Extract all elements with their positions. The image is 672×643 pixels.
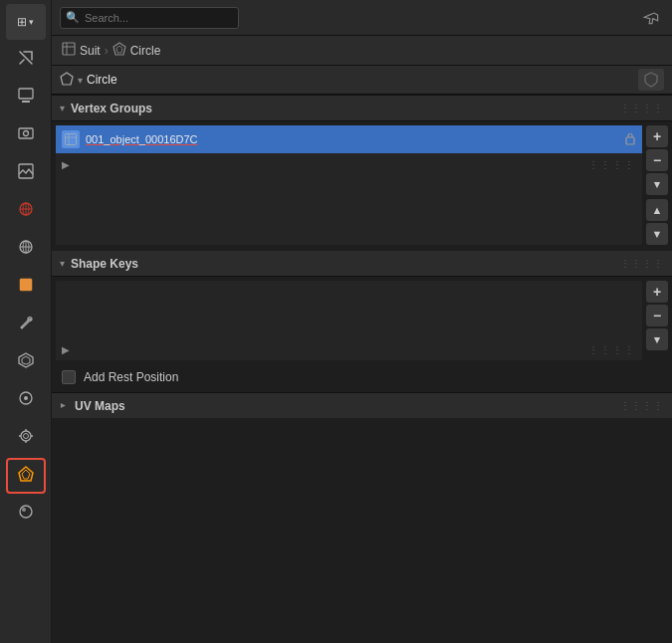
sidebar-item-world[interactable] — [6, 231, 46, 267]
sidebar-item-image[interactable] — [6, 155, 46, 191]
vertex-groups-dropdown-button[interactable]: ▾ — [646, 173, 668, 195]
shape-keys-play-button[interactable]: ▶ — [62, 344, 70, 355]
shape-keys-collapse-arrow: ▾ — [60, 258, 65, 269]
vertex-groups-collapse-arrow: ▾ — [60, 103, 65, 113]
svg-marker-25 — [116, 46, 122, 53]
sidebar-mode-dropdown[interactable]: ⊞ ▾ — [6, 4, 46, 40]
physics-icon — [17, 389, 35, 411]
tools-icon — [17, 49, 35, 71]
object-selector-row: ▾ Circle — [52, 66, 672, 96]
svg-point-19 — [20, 506, 32, 518]
sidebar-item-effects[interactable] — [6, 193, 46, 229]
sidebar-item-constraints[interactable] — [6, 420, 46, 456]
svg-rect-2 — [19, 128, 33, 138]
object-selector-inner: ▾ Circle — [60, 72, 634, 89]
sidebar-item-material[interactable] — [6, 496, 46, 532]
mode-icon: ⊞ — [17, 15, 27, 29]
vertex-groups-add-button[interactable]: + — [646, 125, 668, 147]
shape-keys-header[interactable]: ▾ Shape Keys ⋮⋮⋮⋮ — [52, 251, 672, 277]
svg-rect-9 — [20, 279, 32, 291]
vertex-groups-list-bottom: ▶ ⋮⋮⋮⋮ — [56, 153, 642, 175]
shape-keys-dropdown-button[interactable]: ▾ — [646, 328, 668, 350]
sidebar-item-data[interactable] — [6, 458, 46, 494]
svg-marker-11 — [19, 353, 33, 367]
breadcrumb-separator: › — [105, 44, 109, 58]
shape-keys-controls: + − ▾ — [646, 281, 668, 360]
object-selector-name: Circle — [87, 73, 117, 87]
shape-keys-handle[interactable]: ⋮⋮⋮⋮ — [588, 344, 636, 355]
vertex-groups-controls: + − ▾ ▲ ▼ — [646, 125, 668, 245]
breadcrumb-mesh-name: Circle — [130, 44, 161, 58]
shape-keys-options[interactable]: ⋮⋮⋮⋮ — [620, 258, 664, 269]
add-rest-position-label: Add Rest Position — [84, 370, 178, 384]
vertex-groups-down-button[interactable]: ▼ — [646, 223, 668, 245]
add-rest-position-row: Add Rest Position — [52, 364, 672, 390]
svg-rect-30 — [626, 137, 634, 144]
sidebar-item-render[interactable] — [6, 117, 46, 153]
svg-rect-27 — [66, 134, 77, 145]
vertex-groups-options[interactable]: ⋮⋮⋮⋮ — [620, 103, 664, 113]
vertex-group-name: 001_object_00016D7C — [86, 133, 618, 145]
vertex-groups-title: Vertex Groups — [71, 102, 620, 115]
uv-maps-collapse-arrow: ▾ — [57, 403, 68, 408]
svg-marker-26 — [61, 73, 73, 85]
shape-keys-list-bottom: ▶ ⋮⋮⋮⋮ — [56, 338, 642, 360]
uv-maps-title: UV Maps — [75, 399, 620, 413]
dropdown-arrow: ▾ — [29, 17, 34, 27]
svg-marker-18 — [22, 470, 30, 479]
scene-icon — [17, 87, 35, 108]
svg-rect-0 — [19, 89, 33, 99]
vertex-group-lock[interactable] — [624, 131, 636, 148]
material-icon — [17, 503, 35, 525]
svg-point-14 — [24, 396, 28, 400]
search-input[interactable] — [60, 7, 239, 29]
svg-point-15 — [21, 431, 31, 441]
search-container: 🔍 — [60, 7, 239, 29]
add-rest-position-checkbox[interactable] — [62, 370, 76, 384]
sidebar-item-particles[interactable] — [6, 344, 46, 380]
shape-keys-list: ▶ ⋮⋮⋮⋮ — [56, 281, 642, 360]
uv-maps-section: ▾ UV Maps ⋮⋮⋮⋮ — [52, 392, 672, 418]
content-area: ▾ Vertex Groups ⋮⋮⋮⋮ 001_object — [52, 96, 672, 643]
svg-point-3 — [23, 131, 28, 136]
sidebar-item-tools[interactable] — [6, 42, 46, 78]
vertex-groups-up-button[interactable]: ▲ — [646, 199, 668, 221]
vertex-groups-list: 001_object_00016D7C ▶ ⋮⋮⋮⋮ — [56, 125, 642, 245]
topbar: 🔍 — [52, 0, 672, 36]
sidebar: ⊞ ▾ — [0, 0, 52, 643]
vertex-groups-section: ▾ Vertex Groups ⋮⋮⋮⋮ 001_object — [52, 96, 672, 249]
svg-rect-21 — [63, 43, 75, 55]
mesh-data-icon — [17, 465, 35, 487]
svg-marker-12 — [22, 356, 30, 364]
sidebar-item-object[interactable] — [6, 269, 46, 305]
shape-keys-add-button[interactable]: + — [646, 281, 668, 303]
shape-keys-remove-button[interactable]: − — [646, 305, 668, 326]
svg-point-20 — [22, 508, 26, 512]
list-item[interactable]: 001_object_00016D7C — [56, 125, 642, 153]
sidebar-item-modifiers[interactable] — [6, 307, 46, 342]
vertex-groups-play-button[interactable]: ▶ — [62, 159, 70, 170]
world-icon — [17, 238, 35, 260]
breadcrumb-object-name: Suit — [80, 44, 101, 58]
main-panel: 🔍 Suit › Circle — [52, 0, 672, 643]
pin-button[interactable] — [635, 1, 669, 35]
particles-icon — [17, 351, 35, 373]
uv-maps-header[interactable]: ▾ UV Maps ⋮⋮⋮⋮ — [52, 392, 672, 418]
shape-keys-list-panel: ▶ ⋮⋮⋮⋮ + − ▾ — [52, 277, 672, 364]
breadcrumb-mesh-icon — [112, 42, 126, 59]
wrench-icon — [17, 314, 35, 335]
sidebar-item-scene[interactable] — [6, 80, 46, 115]
constraints-icon — [17, 427, 35, 449]
uv-maps-options[interactable]: ⋮⋮⋮⋮ — [620, 400, 664, 411]
vertex-groups-handle[interactable]: ⋮⋮⋮⋮ — [588, 159, 636, 170]
shield-button[interactable] — [638, 69, 664, 91]
vertex-groups-header[interactable]: ▾ Vertex Groups ⋮⋮⋮⋮ — [52, 96, 672, 121]
sidebar-item-physics[interactable] — [6, 382, 46, 418]
svg-point-16 — [23, 434, 28, 439]
object-selector-dropdown-arrow[interactable]: ▾ — [78, 75, 83, 86]
vertex-groups-remove-button[interactable]: − — [646, 149, 668, 171]
svg-rect-1 — [22, 101, 30, 103]
vertex-group-item-icon — [62, 130, 80, 148]
vertex-groups-list-panel: 001_object_00016D7C ▶ ⋮⋮⋮⋮ — [52, 121, 672, 249]
shape-keys-section: ▾ Shape Keys ⋮⋮⋮⋮ ▶ ⋮⋮⋮⋮ + − ▾ — [52, 251, 672, 390]
